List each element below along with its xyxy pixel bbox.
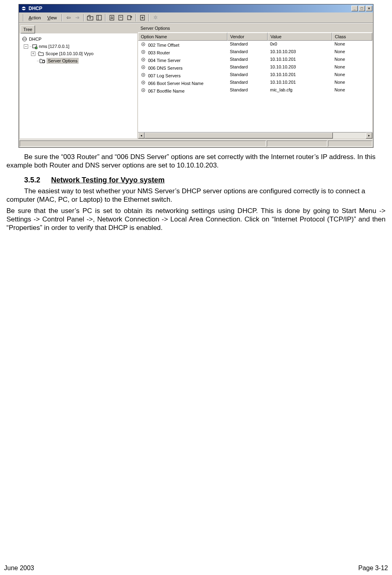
app-icon bbox=[21, 5, 27, 12]
cell-class: None bbox=[332, 49, 360, 56]
svg-point-22 bbox=[143, 67, 144, 68]
table-row[interactable]: 067 Bootfile NameStandardmic_lab.cfgNone bbox=[138, 87, 372, 94]
settings-icon[interactable] bbox=[138, 13, 147, 22]
heading-number: 3.5.2 bbox=[6, 176, 49, 185]
dhcp-root-icon bbox=[21, 36, 28, 42]
paragraph: Be sure the “003 Router” and “006 DNS Se… bbox=[6, 153, 386, 170]
paragraph: Be sure that the user’s PC is set to obt… bbox=[6, 207, 386, 232]
cell-class: None bbox=[332, 56, 360, 63]
svg-point-13 bbox=[35, 47, 37, 49]
window-title: DHCP bbox=[29, 6, 351, 11]
cell-class: None bbox=[332, 72, 360, 79]
toolbar-separator-icon bbox=[62, 14, 62, 21]
table-row[interactable]: 004 Time ServerStandard10.10.10.201None bbox=[138, 56, 372, 64]
options-icon bbox=[39, 58, 45, 64]
col-value[interactable]: Value bbox=[268, 33, 332, 41]
titlebar[interactable]: DHCP _ □ × bbox=[19, 4, 373, 12]
tree-root[interactable]: DHCP bbox=[21, 35, 136, 43]
close-button[interactable]: × bbox=[366, 6, 372, 11]
table-row[interactable]: 002 Time OffsetStandard0x0None bbox=[138, 41, 372, 48]
cell-value: 10.10.10.201 bbox=[268, 56, 332, 63]
toolbar-grip-icon bbox=[23, 14, 24, 21]
footer-page: Page 3-12 bbox=[358, 565, 388, 572]
status-cell bbox=[328, 141, 372, 147]
tab-tree[interactable]: Tree bbox=[21, 25, 35, 33]
folder-icon bbox=[38, 50, 44, 57]
cell-vendor: Standard bbox=[227, 64, 268, 71]
tree-view[interactable]: DHCP − ··· nms [127.0.0.1] + ·· bbox=[20, 34, 137, 139]
cell-vendor: Standard bbox=[227, 56, 268, 63]
menu-action[interactable]: Action bbox=[25, 15, 44, 20]
toolbar-separator-icon bbox=[105, 14, 106, 21]
options-list[interactable]: 002 Time OffsetStandard0x0None003 Router… bbox=[138, 41, 372, 132]
paragraph: The easiest way to test whether your NMS… bbox=[6, 187, 386, 204]
cell-value: mic_lab.cfg bbox=[268, 87, 332, 94]
show-pane-icon[interactable] bbox=[95, 13, 103, 22]
tree-label: DHCP bbox=[29, 37, 41, 41]
scroll-left-icon[interactable]: ◂ bbox=[138, 132, 144, 139]
svg-point-28 bbox=[143, 90, 144, 91]
col-class[interactable]: Class bbox=[332, 33, 372, 41]
tree-node-server-options[interactable]: ···· Server Options bbox=[21, 57, 136, 64]
cell-value: 10.10.10.203 bbox=[268, 64, 332, 71]
forward-icon[interactable]: ➔ bbox=[73, 13, 82, 22]
cell-vendor: Standard bbox=[227, 87, 268, 94]
minimize-button[interactable]: _ bbox=[351, 6, 358, 11]
option-gear-icon bbox=[140, 87, 147, 93]
dhcp-window: DHCP _ □ × Action View ⇦ ➔ bbox=[19, 4, 373, 148]
table-row[interactable]: 066 Boot Server Host NameStandard10.10.1… bbox=[138, 79, 372, 87]
cell-vendor: Standard bbox=[227, 79, 268, 86]
page-footer: June 2003 Page 3-12 bbox=[4, 565, 388, 572]
svg-point-26 bbox=[143, 82, 144, 83]
expand-icon[interactable]: + bbox=[31, 52, 35, 56]
statusbar bbox=[19, 139, 373, 147]
tree-label: nms [127.0.0.1] bbox=[39, 44, 70, 49]
help-icon[interactable]: ✲ bbox=[151, 13, 160, 22]
horizontal-scrollbar[interactable]: ◂ ▸ bbox=[138, 132, 372, 139]
option-gear-icon bbox=[140, 49, 147, 55]
up-folder-icon[interactable] bbox=[86, 13, 95, 22]
tree-node-scope[interactable]: + ·· Scope [10.10.10.0] Vyyo bbox=[21, 50, 136, 57]
option-gear-icon bbox=[140, 80, 147, 85]
col-vendor[interactable]: Vendor bbox=[227, 33, 268, 41]
collapse-icon[interactable]: − bbox=[24, 44, 28, 49]
cell-vendor: Standard bbox=[227, 72, 268, 79]
cell-option-name: 003 Router bbox=[138, 49, 227, 56]
table-row[interactable]: 007 Log ServersStandard10.10.10.201None bbox=[138, 71, 372, 79]
back-icon[interactable]: ⇦ bbox=[64, 13, 73, 22]
maximize-button[interactable]: □ bbox=[359, 6, 365, 11]
table-row[interactable]: 003 RouterStandard10.10.10.203None bbox=[138, 48, 372, 56]
svg-rect-2 bbox=[97, 15, 101, 20]
menu-view[interactable]: View bbox=[44, 15, 60, 20]
scroll-track[interactable] bbox=[144, 132, 366, 139]
scroll-right-icon[interactable]: ▸ bbox=[366, 132, 372, 139]
cell-vendor: Standard bbox=[227, 49, 268, 56]
option-gear-icon bbox=[140, 72, 147, 78]
scroll-thumb[interactable] bbox=[144, 132, 333, 139]
cell-option-name: 004 Time Server bbox=[138, 56, 227, 63]
svg-point-20 bbox=[143, 59, 144, 60]
tree-label: Server Options bbox=[47, 58, 78, 64]
svg-point-18 bbox=[143, 52, 144, 53]
cell-option-name: 067 Bootfile Name bbox=[138, 87, 227, 94]
tree-node-server[interactable]: − ··· nms [127.0.0.1] bbox=[21, 43, 136, 50]
option-gear-icon bbox=[140, 57, 147, 62]
svg-point-5 bbox=[111, 16, 112, 17]
svg-point-24 bbox=[143, 74, 144, 76]
tree-label: Scope [10.10.10.0] Vyyo bbox=[45, 51, 93, 56]
heading-title: Network Testing for Vyyo system bbox=[51, 176, 165, 184]
export-icon[interactable] bbox=[125, 13, 134, 22]
svg-rect-9 bbox=[128, 16, 131, 20]
toolbar: Action View ⇦ ➔ bbox=[19, 12, 373, 23]
properties-icon[interactable] bbox=[107, 13, 116, 22]
cell-option-name: 006 DNS Servers bbox=[138, 64, 227, 71]
column-headers: Option Name Vendor Value Class bbox=[138, 33, 372, 41]
cell-class: None bbox=[332, 87, 360, 94]
tree-pane: Tree DHCP − ··· nms [127.0.0.1] bbox=[20, 24, 137, 139]
footer-date: June 2003 bbox=[4, 565, 34, 572]
col-option-name[interactable]: Option Name bbox=[138, 33, 227, 41]
table-row[interactable]: 006 DNS ServersStandard10.10.10.203None bbox=[138, 64, 372, 71]
refresh-icon[interactable] bbox=[116, 13, 125, 22]
server-icon bbox=[31, 43, 38, 50]
toolbar-separator-icon bbox=[136, 14, 136, 21]
